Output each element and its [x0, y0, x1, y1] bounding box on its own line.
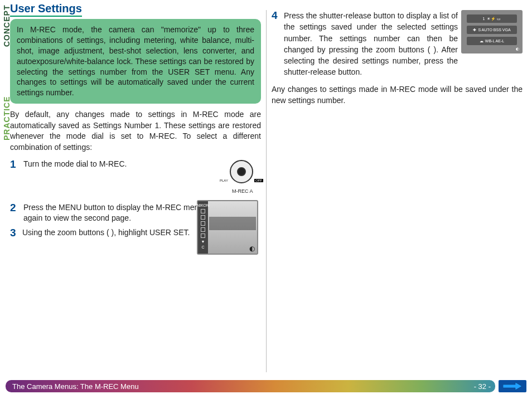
- page-title: User Settings: [10, 2, 82, 17]
- concept-side-label: CONCEPT: [2, 5, 11, 47]
- mini-lcd-row2: S AUTO BSS VGA: [478, 28, 510, 32]
- practice-side-label: PRACTICE: [2, 96, 11, 140]
- step-number: 1: [10, 159, 19, 169]
- lcd-brand: NIKON: [197, 203, 209, 207]
- step-number: 3: [10, 227, 19, 238]
- step-body: Press the shutter-release button to disp…: [284, 10, 458, 78]
- step-number: 2: [10, 202, 19, 213]
- dial-mrec-label: M-REC A: [232, 188, 253, 194]
- mini-lcd-row3: WB-L AE-L: [485, 39, 504, 43]
- right-column: 4 Press the shutter-release button to di…: [272, 10, 523, 106]
- mode-dial-icon: PLAY OFF M-REC A: [222, 159, 261, 198]
- dial-off-label: OFF: [254, 179, 263, 182]
- step-1: 1 Turn the mode dial to M-REC. PLAY OFF …: [10, 159, 261, 198]
- column-divider: [266, 10, 267, 372]
- next-page-button[interactable]: [499, 380, 526, 392]
- settings-lcd-icon: 1 ☀ ⚡ ▭ ✚S AUTO BSS VGA ☁WB-L AE-L ◐: [461, 10, 523, 53]
- concept-box: In M-REC mode, the camera can "memorize"…: [10, 19, 261, 104]
- step-body: Turn the mode dial to M-REC.: [23, 159, 217, 169]
- menu-lcd-icon: NIKON ▼ C ◐: [197, 200, 258, 255]
- footer: The Camera Menus: The M-REC Menu - 32 -: [6, 380, 526, 392]
- page-number: - 32 -: [474, 382, 491, 391]
- nikon-logo-icon: ◐: [249, 245, 255, 252]
- footer-text: The Camera Menus: The M-REC Menu: [12, 382, 139, 391]
- practice-intro: By default, any changes made to settings…: [10, 109, 261, 153]
- mini-lcd-row1: 1: [483, 17, 485, 21]
- lcd-c: C: [201, 245, 204, 249]
- left-column: CONCEPT PRACTICE In M-REC mode, the came…: [10, 19, 261, 242]
- after-step4-text: Any changes to settings made in M-REC mo…: [272, 84, 523, 106]
- arrow-right-icon: [503, 382, 522, 391]
- footer-bar: The Camera Menus: The M-REC Menu - 32 -: [6, 380, 495, 392]
- step-number: 4: [272, 10, 280, 21]
- dial-play-label: PLAY: [220, 179, 228, 182]
- step-4: 4 Press the shutter-release button to di…: [272, 10, 523, 78]
